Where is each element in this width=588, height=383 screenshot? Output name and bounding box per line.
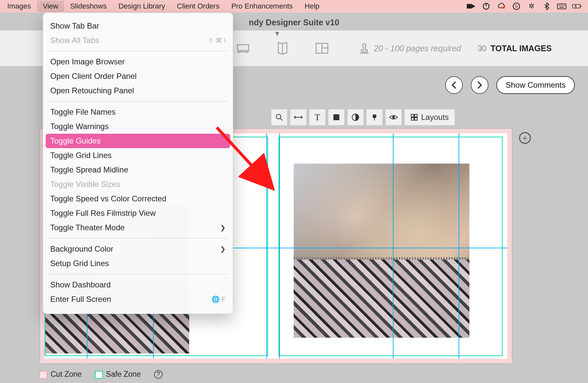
- flag-icon[interactable]: [466, 2, 476, 11]
- menu-item-show-all-tabs: Show All Tabs⇧ ⌘ \: [43, 33, 233, 48]
- svg-rect-30: [411, 118, 414, 120]
- dropdown-caret-icon[interactable]: ▼: [274, 30, 281, 37]
- svg-point-27: [392, 116, 395, 119]
- chevron-right-icon: ❯: [220, 245, 226, 253]
- chevron-right-icon: ❯: [220, 224, 226, 232]
- svg-point-2: [503, 6, 505, 9]
- guide-vertical-3[interactable]: [266, 133, 267, 359]
- svg-rect-28: [411, 114, 414, 117]
- zoom-tool-button[interactable]: [271, 109, 287, 125]
- menu-pro-enhancements[interactable]: Pro Enhancements: [225, 1, 299, 12]
- menu-item-open-image-browser[interactable]: Open Image Browser: [43, 55, 233, 69]
- fill-tool-button[interactable]: [328, 109, 345, 125]
- menu-item-show-tab-bar[interactable]: Show Tab Bar: [43, 19, 233, 33]
- guide-vertical-6[interactable]: [459, 133, 459, 359]
- menu-slideshows[interactable]: Slideshows: [64, 1, 112, 12]
- layouts-label: Layouts: [421, 113, 449, 122]
- menu-item-background-color[interactable]: Background Color❯: [43, 242, 233, 256]
- next-page-button[interactable]: [471, 76, 488, 94]
- svg-rect-5: [557, 4, 566, 9]
- canvas-toolbar: T Layouts: [271, 109, 455, 125]
- book-icon[interactable]: [276, 42, 289, 55]
- width-tool-button[interactable]: [290, 109, 306, 125]
- menu-item-open-client-order-panel[interactable]: Open Client Order Panel: [43, 69, 233, 83]
- menu-item-setup-grid-lines[interactable]: Setup Grid Lines: [43, 256, 233, 271]
- layouts-button[interactable]: Layouts: [404, 109, 455, 125]
- stamp-icon: [358, 42, 371, 55]
- text-tool-button[interactable]: T: [309, 109, 326, 125]
- add-page-button[interactable]: +: [519, 132, 531, 144]
- cloud-sync-icon[interactable]: [497, 2, 506, 11]
- svg-rect-6: [559, 5, 560, 6]
- legend-help-icon[interactable]: ?: [154, 370, 163, 379]
- guide-vertical-5[interactable]: [393, 133, 394, 359]
- safe-zone-legend: Safe Zone: [95, 370, 141, 379]
- show-comments-button[interactable]: Show Comments: [496, 76, 575, 94]
- menu-item-toggle-spread-midline[interactable]: Toggle Spread Midline: [43, 163, 233, 177]
- keyboard-icon[interactable]: [557, 2, 566, 11]
- menu-design-library[interactable]: Design Library: [113, 1, 171, 12]
- menu-images[interactable]: Images: [1, 1, 37, 12]
- menu-item-toggle-visible-sizes: Toggle Visible Sizes: [43, 177, 233, 192]
- bluetooth-icon[interactable]: [542, 2, 551, 11]
- spread-layout-icon[interactable]: [237, 42, 250, 55]
- guide-vertical-4[interactable]: [279, 133, 280, 359]
- menu-item-toggle-warnings[interactable]: Toggle Warnings: [43, 119, 233, 134]
- svg-point-20: [276, 114, 281, 119]
- menu-item-toggle-speed-vs-color-corrected[interactable]: Toggle Speed vs Color Corrected: [43, 192, 233, 206]
- svg-line-21: [280, 118, 283, 121]
- view-menu-dropdown: Show Tab BarShow All Tabs⇧ ⌘ \Open Image…: [43, 12, 233, 314]
- pages-required-hint: 20 - 100 pages required: [358, 42, 461, 55]
- menu-item-show-dashboard[interactable]: Show Dashboard: [43, 278, 233, 292]
- status-tray: G ✲: [466, 2, 587, 11]
- menu-client-orders[interactable]: Client Orders: [171, 1, 226, 12]
- os-menubar: Images View Slideshows Design Library Cl…: [0, 0, 588, 12]
- menu-item-open-retouching-panel[interactable]: Open Retouching Panel: [43, 83, 233, 98]
- svg-text:G: G: [515, 4, 518, 9]
- svg-rect-9: [564, 5, 565, 6]
- power-icon[interactable]: [482, 2, 491, 11]
- svg-point-25: [373, 114, 376, 118]
- menu-item-toggle-file-names[interactable]: Toggle File Names: [43, 105, 233, 119]
- loading-icon[interactable]: ✲: [527, 2, 536, 11]
- pin-tool-button[interactable]: [366, 109, 383, 125]
- svg-rect-10: [559, 7, 564, 8]
- menu-help[interactable]: Help: [299, 1, 325, 12]
- svg-rect-8: [562, 5, 563, 6]
- contrast-tool-button[interactable]: [347, 109, 364, 125]
- svg-rect-31: [415, 118, 417, 120]
- menu-view[interactable]: View: [37, 1, 64, 12]
- svg-rect-12: [580, 6, 581, 7]
- menu-item-toggle-full-res-filmstrip-view[interactable]: Toggle Full Res Filmstrip View: [43, 206, 233, 220]
- svg-rect-29: [415, 114, 417, 117]
- circle-g-icon[interactable]: G: [512, 2, 521, 11]
- preview-tool-button[interactable]: [385, 109, 402, 125]
- total-images-readout: 30 TOTAL IMAGES: [477, 44, 552, 53]
- menu-item-toggle-grid-lines[interactable]: Toggle Grid Lines: [43, 148, 233, 163]
- svg-rect-23: [333, 114, 339, 120]
- menu-item-enter-full-screen[interactable]: Enter Full Screen🌐 F: [43, 292, 233, 306]
- svg-rect-7: [560, 5, 561, 6]
- prev-page-button[interactable]: [445, 76, 463, 94]
- cut-zone-legend: Cut Zone: [39, 370, 82, 379]
- panels-icon[interactable]: [315, 42, 328, 55]
- menu-item-toggle-guides[interactable]: Toggle Guides: [46, 134, 230, 148]
- safe-zone-guide-right: [279, 137, 503, 356]
- menu-item-toggle-theater-mode[interactable]: Toggle Theater Mode❯: [43, 220, 233, 235]
- svg-rect-13: [237, 45, 249, 51]
- battery-icon[interactable]: [572, 2, 581, 11]
- zone-legend: Cut Zone Safe Zone ?: [39, 370, 163, 379]
